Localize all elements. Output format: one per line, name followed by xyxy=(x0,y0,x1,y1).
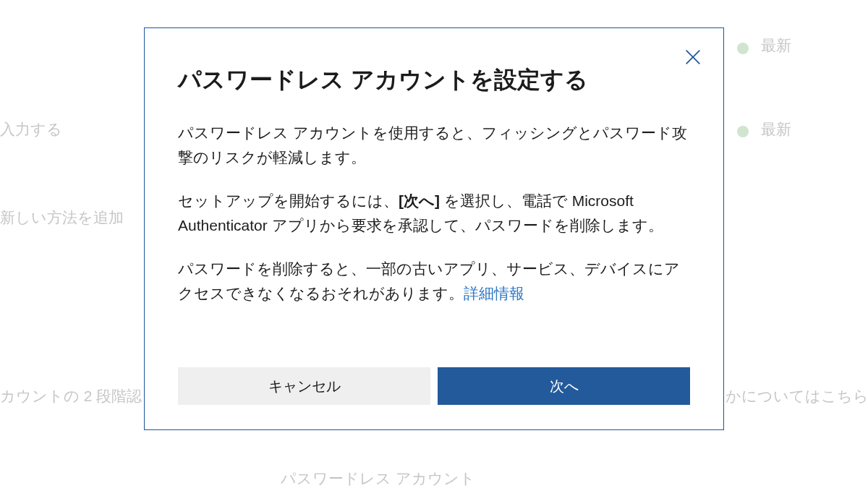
next-button[interactable]: 次へ xyxy=(438,367,690,405)
passwordless-setup-dialog: パスワードレス アカウントを設定する パスワードレス アカウントを使用すると、フ… xyxy=(144,27,724,430)
learn-more-link[interactable]: 詳細情報 xyxy=(464,285,524,301)
dialog-paragraph: セットアップを開始するには、[次へ] を選択し、電話で Microsoft Au… xyxy=(178,189,690,238)
bg-text: 入力する xyxy=(0,119,62,140)
bg-text: かについてはこちら xyxy=(726,386,868,406)
bg-text: 新しい方法を追加 xyxy=(0,207,124,228)
close-icon[interactable] xyxy=(683,47,703,67)
bold-inline: [次へ] xyxy=(399,192,440,209)
bg-text: 最新 xyxy=(761,35,791,56)
cancel-button[interactable]: キャンセル xyxy=(178,367,430,405)
bg-text: パスワードレス アカウント xyxy=(281,468,475,488)
bg-text: 最新 xyxy=(761,119,791,140)
dialog-body: パスワードレス アカウントを使用すると、フィッシングとパスワード攻撃のリスクが軽… xyxy=(178,121,690,350)
dialog-paragraph: パスワードレス アカウントを使用すると、フィッシングとパスワード攻撃のリスクが軽… xyxy=(178,121,690,170)
dialog-footer: キャンセル 次へ xyxy=(178,367,690,405)
status-circle xyxy=(737,126,749,137)
dialog-paragraph: パスワードを削除すると、一部の古いアプリ、サービス、デバイスにアクセスできなくな… xyxy=(178,257,690,306)
dialog-title: パスワードレス アカウントを設定する xyxy=(178,64,690,96)
status-circle xyxy=(737,43,749,54)
bg-text: カウントの 2 段階認 xyxy=(0,386,142,406)
